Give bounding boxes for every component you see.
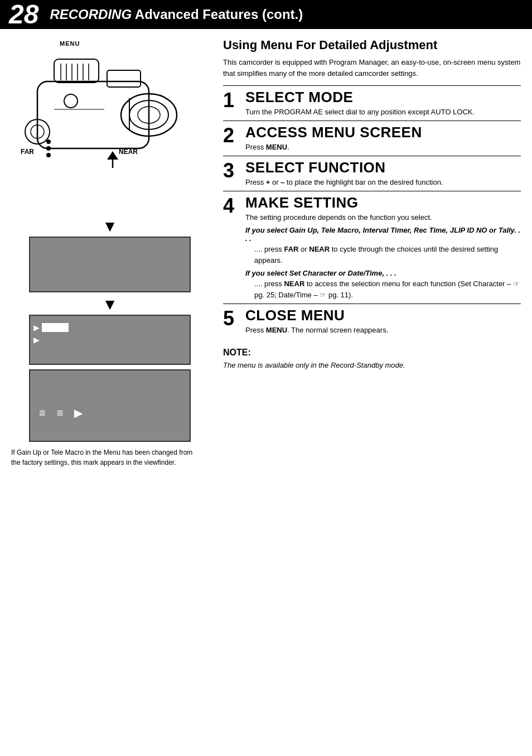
step-1-heading: SELECT MODE: [245, 89, 521, 105]
step-5-text: Press MENU. The normal screen reappears.: [245, 325, 521, 336]
section-title: Using Menu For Detailed Adjustment: [223, 38, 521, 52]
step-4: 4 MAKE SETTING The setting procedure dep…: [223, 191, 521, 304]
step-3-content: SELECT FUNCTION Press + or – to place th…: [245, 160, 521, 187]
screen-box-2: ▶ ▶: [29, 315, 191, 365]
step-2-text: Press MENU.: [245, 142, 521, 153]
step-4-sub-1-text: .... press FAR or NEAR to cycle through …: [245, 244, 521, 266]
step-2-heading: ACCESS MENU SCREEN: [245, 124, 521, 141]
far-label: FAR: [21, 148, 34, 156]
diagram-caption: If Gain Up or Tele Macro in the Menu has…: [11, 447, 201, 468]
svg-rect-4: [107, 70, 141, 87]
near-label: NEAR: [119, 148, 138, 156]
camcorder-svg: [21, 48, 199, 204]
step-3-text: Press + or – to place the highlight bar …: [245, 177, 521, 188]
step-3: 3 SELECT FUNCTION Press + or – to place …: [223, 156, 521, 191]
step-4-heading: MAKE SETTING: [245, 195, 521, 211]
svg-point-17: [46, 139, 51, 144]
step-4-sub-1: If you select Gain Up, Tele Macro, Inter…: [245, 226, 521, 266]
right-column: Using Menu For Detailed Adjustment This …: [217, 29, 532, 476]
note-title: NOTE:: [223, 348, 521, 358]
step-2: 2 ACCESS MENU SCREEN Press MENU.: [223, 121, 521, 156]
arrow-down-1: ▼: [11, 219, 209, 234]
step-1-text: Turn the PROGRAM AE select dial to any p…: [245, 107, 521, 118]
section-intro: This camcorder is equipped with Program …: [223, 57, 521, 79]
far-near-labels: FAR NEAR: [15, 148, 143, 156]
main-content: MENU: [0, 29, 532, 476]
step-4-sub-2-heading: If you select Set Character or Date/Time…: [245, 269, 521, 277]
step-1-content: SELECT MODE Turn the PROGRAM AE select d…: [245, 89, 521, 117]
step-4-sub-2-text: .... press NEAR to access the selection …: [245, 278, 521, 300]
arrow-down-2: ▼: [11, 297, 209, 312]
step-2-content: ACCESS MENU SCREEN Press MENU.: [245, 124, 521, 152]
step-5-content: CLOSE MENU Press MENU. The normal screen…: [245, 307, 521, 335]
svg-rect-0: [37, 81, 149, 148]
page-number: 28: [9, 1, 38, 28]
page-header: 28 RECORDING Advanced Features (cont.): [0, 0, 532, 29]
screen-arrow-2: ▶: [33, 335, 40, 344]
header-title-rest: Advanced Features (cont.): [132, 7, 303, 22]
screen-box-1: [29, 237, 191, 292]
step-1: 1 SELECT MODE Turn the PROGRAM AE select…: [223, 85, 521, 121]
svg-point-6: [64, 94, 78, 108]
step-4-number: 4: [223, 195, 245, 216]
screen-arrow-1: ▶: [33, 323, 40, 332]
note-text: The menu is available only in the Record…: [223, 360, 521, 371]
step-4-text: The setting procedure depends on the fun…: [245, 212, 521, 223]
screen-item-2: [42, 336, 64, 344]
menu-play-arrow: ▶: [74, 406, 83, 420]
screen-item-1: [42, 323, 69, 332]
step-4-sub-1-heading: If you select Gain Up, Tele Macro, Inter…: [245, 226, 521, 243]
camcorder-diagram: MENU: [15, 38, 205, 216]
step-4-content: MAKE SETTING The setting procedure depen…: [245, 195, 521, 300]
header-title: RECORDING Advanced Features (cont.): [50, 7, 303, 22]
screen-row-2: ▶: [30, 334, 190, 346]
note-section: NOTE: The menu is available only in the …: [223, 345, 521, 371]
step-3-number: 3: [223, 160, 245, 181]
step-5-number: 5: [223, 307, 245, 329]
eq-icon-1: ≡: [39, 407, 46, 420]
step-5: 5 CLOSE MENU Press MENU. The normal scre…: [223, 304, 521, 339]
step-2-number: 2: [223, 124, 245, 146]
menu-label: MENU: [60, 40, 80, 47]
step-4-sub-2: If you select Set Character or Date/Time…: [245, 269, 521, 300]
eq-icon-2: ≡: [57, 407, 64, 420]
header-title-italic: RECORDING: [50, 7, 132, 22]
screen-box-3: ≡ ≡ ▶: [29, 369, 191, 442]
step-5-heading: CLOSE MENU: [245, 307, 521, 324]
screen-row-1: ▶: [30, 321, 190, 334]
left-column: MENU: [0, 29, 217, 476]
step-1-number: 1: [223, 89, 245, 110]
step-3-heading: SELECT FUNCTION: [245, 160, 521, 176]
